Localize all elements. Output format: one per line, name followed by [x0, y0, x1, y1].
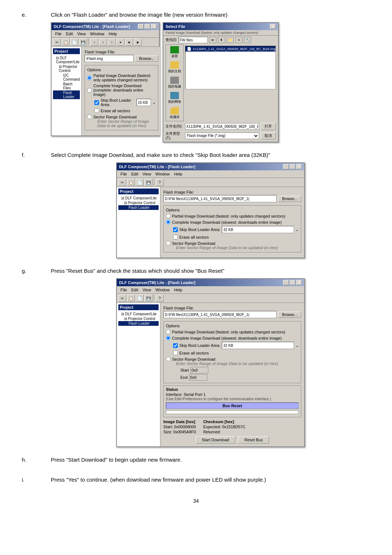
flash-image-input-g[interactable] [163, 311, 277, 318]
tb-cut-e[interactable]: ✂ [53, 39, 61, 46]
tb-cut-f[interactable]: ✂ [118, 179, 126, 186]
menu-window-f[interactable]: Window [153, 171, 172, 177]
tb-help-g[interactable]: ? [156, 295, 164, 302]
menu-edit-e[interactable]: Edit [64, 31, 75, 37]
maximize-btn-e[interactable]: □ [144, 24, 150, 29]
close-btn-g[interactable]: ✕ [296, 280, 302, 285]
tree-flash-g[interactable]: Flash Loader [118, 321, 159, 326]
erase-cb-f[interactable] [173, 235, 178, 239]
menu-edit-g[interactable]: Edit [129, 287, 140, 293]
tb-sq-e[interactable]: ■ [125, 39, 133, 46]
skip-boot-cb-e[interactable] [94, 100, 99, 105]
tree-proj-g[interactable]: ⊟ Projector Control [118, 316, 159, 321]
tb-i2-e[interactable]: I [99, 39, 107, 46]
menu-window-g[interactable]: Window [153, 287, 172, 293]
tb-copy-g[interactable]: 📋 [127, 295, 135, 302]
sf-filetype-select[interactable]: Flash Image File (*.img) [185, 133, 259, 139]
start-sector-input-g[interactable] [190, 367, 208, 373]
tree-dlf-f[interactable]: ⊟ DLF Composer/Lite [118, 196, 159, 200]
radio-partial-e[interactable] [87, 76, 92, 80]
radio-complete-g[interactable] [166, 336, 171, 340]
sf-icon-desktop[interactable]: 桌面 [170, 46, 179, 58]
menu-file-f[interactable]: File [118, 171, 129, 177]
sf-close-btn[interactable]: ✕ [270, 24, 276, 29]
tb-save-g[interactable]: 💾 [144, 295, 152, 302]
sf-toolbar-input[interactable] [179, 37, 208, 43]
menu-view-e[interactable]: View [75, 31, 88, 37]
radio-partial-g[interactable] [166, 329, 171, 334]
erase-cb-e[interactable] [94, 108, 99, 113]
menu-help-e[interactable]: Help [106, 31, 119, 37]
radio-sector-f[interactable] [166, 241, 171, 246]
radio-complete-f[interactable] [166, 220, 171, 224]
browse-btn-g[interactable]: Browse... [278, 312, 301, 318]
sf-icon-mypc[interactable]: 我的电脑 [168, 77, 181, 89]
sf-back-btn[interactable]: ⬅ [209, 37, 216, 43]
radio-sector-e[interactable] [87, 114, 92, 119]
sf-tools-btn[interactable]: 🔧 [244, 37, 251, 43]
tb-fwd-e[interactable]: ▶ [134, 39, 142, 46]
sf-view-btn[interactable]: ≡ [235, 37, 242, 43]
tb-i1-e[interactable]: I [90, 39, 98, 46]
sf-file-item-selected[interactable]: 📄 X1130PA_1.41_SVGA_090928_982F_100_BC_B… [185, 46, 275, 52]
erase-cb-g[interactable] [173, 351, 178, 355]
project-header-f[interactable]: Project [118, 189, 159, 194]
menu-help-f[interactable]: Help [172, 171, 184, 177]
tb-copy-f[interactable]: 📋 [127, 179, 135, 186]
sf-up-btn[interactable]: ⬆ [218, 37, 225, 43]
maximize-btn-f[interactable]: □ [290, 164, 295, 169]
skip-boot-cb-f[interactable] [173, 227, 178, 232]
sf-icon-favorites[interactable]: 收藏夹 [170, 107, 180, 119]
close-btn-e[interactable]: ✕ [151, 24, 157, 29]
end-sector-input-g[interactable] [189, 374, 207, 381]
flash-image-input-e[interactable] [85, 55, 134, 62]
skip-boot-size-f[interactable] [222, 226, 294, 233]
tb-i3-e[interactable]: I [108, 39, 116, 46]
tb-cut-g[interactable]: ✂ [118, 295, 126, 302]
tree-dlf-e[interactable]: ⊟ DLF Composer/Lite [53, 56, 80, 64]
sf-open-btn[interactable]: 打开 [261, 123, 276, 130]
flash-image-input-f[interactable] [163, 195, 277, 202]
tb-paste-f[interactable]: 📄 [136, 179, 144, 186]
tb-dot-e[interactable]: ● [117, 39, 124, 46]
project-header-g[interactable]: Project [118, 304, 159, 310]
tb-save-e[interactable]: 💾 [79, 39, 87, 46]
tree-i2c-e[interactable]: I2C Command [53, 73, 80, 82]
tree-proj-f[interactable]: ⊟ Projector Control [118, 200, 159, 205]
menu-help-g[interactable]: Help [172, 287, 184, 293]
browse-btn-e[interactable]: Browse... [135, 56, 158, 62]
menu-file-g[interactable]: File [118, 287, 129, 293]
minimize-btn-f[interactable]: _ [283, 164, 289, 169]
tb-paste-g[interactable]: 📄 [136, 295, 144, 302]
maximize-btn-g[interactable]: □ [290, 280, 295, 285]
tree-flash-f[interactable]: Flash Loader [118, 205, 159, 210]
skip-boot-cb-g[interactable] [173, 343, 178, 348]
sf-new-folder-btn[interactable]: 📁 [226, 37, 234, 43]
tree-proj-e[interactable]: ⊟ Projector Control [53, 64, 80, 73]
reset-bus-btn-g[interactable]: Reset Bus [238, 436, 269, 443]
tree-batch-e[interactable]: Batch Files [53, 82, 80, 90]
minimize-btn-e[interactable]: _ [138, 24, 144, 29]
sf-filename-input[interactable] [185, 123, 259, 130]
tree-flash-e[interactable]: Flash Loader [53, 90, 80, 99]
skip-boot-size-e[interactable] [136, 99, 151, 106]
tb-save-f[interactable]: 💾 [144, 179, 152, 186]
menu-view-g[interactable]: View [140, 287, 154, 293]
project-header-e[interactable]: Project [53, 48, 80, 54]
tb-copy-e[interactable]: 📋 [62, 39, 70, 46]
sf-icon-mydoc[interactable]: 我的文档 [168, 61, 181, 74]
sf-cancel-btn[interactable]: 取消 [261, 132, 276, 139]
radio-partial-f[interactable] [166, 214, 171, 218]
menu-window-e[interactable]: Window [88, 31, 106, 37]
minimize-btn-g[interactable]: _ [283, 280, 289, 285]
sf-icon-network[interactable]: 我的网络 [168, 92, 181, 104]
browse-btn-f[interactable]: Browse... [278, 196, 301, 202]
skip-boot-size-g[interactable] [222, 342, 294, 349]
menu-view-f[interactable]: View [140, 171, 154, 177]
tb-paste-e[interactable]: 📄 [70, 39, 78, 46]
tb-help-f[interactable]: ? [156, 179, 164, 186]
tree-dlf-g[interactable]: ⊟ DLF Composer/Lite [118, 312, 159, 316]
close-btn-f[interactable]: ✕ [296, 164, 302, 169]
radio-sector-g[interactable] [166, 357, 171, 361]
radio-complete-e[interactable] [87, 88, 92, 93]
